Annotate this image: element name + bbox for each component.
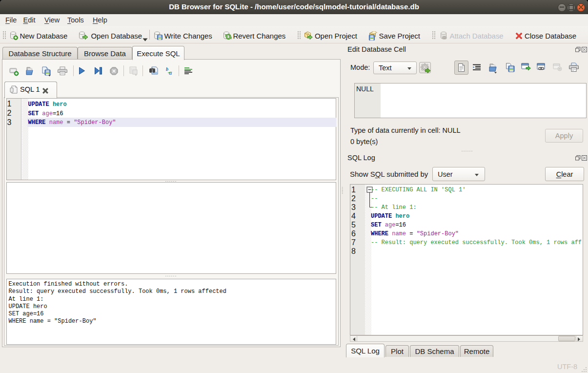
svg-text:b: b	[166, 66, 168, 72]
